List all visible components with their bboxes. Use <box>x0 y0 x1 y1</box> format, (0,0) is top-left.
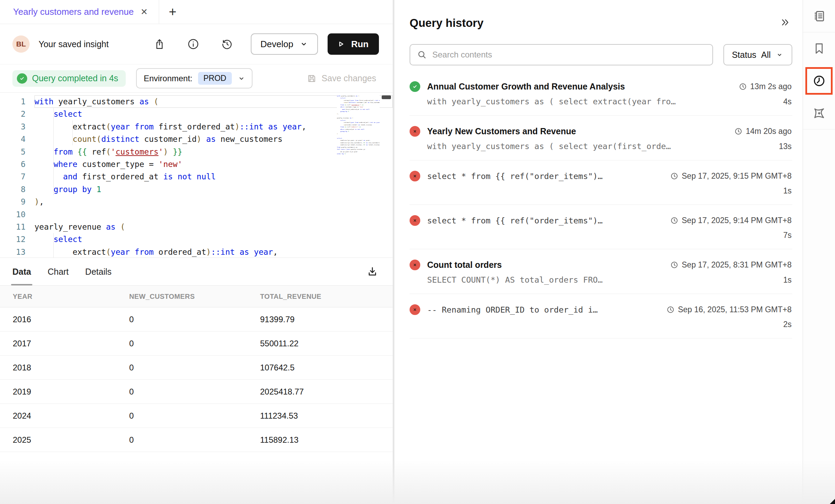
editor-minimap[interactable]: with yearly_customers as ( select extrac… <box>337 95 380 246</box>
results-tab-details[interactable]: Details <box>85 258 111 285</box>
code-token: yearly_revenue yr <box>350 148 365 150</box>
panel-title: Query history <box>410 17 484 30</box>
query-status-badge: Query completed in 4s <box>12 70 126 87</box>
history-item-duration: 13s <box>772 142 792 151</box>
table-row: 20250115892.13 <box>0 428 393 452</box>
download-results-button[interactable] <box>367 258 378 285</box>
rail-item-notebook[interactable] <box>803 0 835 32</box>
code-token: with <box>34 97 53 106</box>
line-number: 7 <box>0 170 25 183</box>
code-token <box>337 119 340 121</box>
results-tab-chart[interactable]: Chart <box>48 258 69 285</box>
status-filter-dropdown[interactable]: Status All <box>723 44 792 65</box>
code-token: from <box>355 99 358 101</box>
table-row: 201902025418.77 <box>0 380 393 404</box>
history-item-time-text: Sep 17, 2025, 8:31 PM GMT+8 <box>682 260 792 270</box>
code-token <box>34 109 53 118</box>
query-history-item[interactable]: select * from {{ ref("order_items")…Sep … <box>410 160 792 205</box>
query-history-item[interactable]: Yearly New Customers and Revenue14m 20s … <box>410 116 792 160</box>
play-icon <box>336 39 346 49</box>
share-button[interactable] <box>152 36 167 52</box>
rail-item-bookmarks[interactable] <box>803 32 835 65</box>
code-token: year, <box>365 140 370 141</box>
environment-selector[interactable]: Environment: PROD <box>136 68 252 88</box>
code-token: total_revenue <box>360 124 372 126</box>
develop-dropdown[interactable]: Develop <box>251 33 318 55</box>
info-button[interactable] <box>185 36 201 52</box>
code-token: from <box>355 122 358 124</box>
query-history-controls: Status All <box>410 44 792 65</box>
clock-icon <box>670 261 678 269</box>
history-item-duration: 4s <box>776 97 792 106</box>
history-item-detail-row: with yearly_customers as ( select extrac… <box>410 97 792 106</box>
code-token: }} <box>173 147 183 156</box>
code-token: year <box>351 122 354 124</box>
close-icon[interactable]: ✕ <box>138 6 150 18</box>
history-item-time: Sep 17, 2025, 9:15 PM GMT+8 <box>663 171 792 181</box>
history-item-duration: 1s <box>776 186 792 196</box>
new-tab-button[interactable]: + <box>159 0 186 24</box>
minimap-code: with yearly_customers as ( select extrac… <box>337 95 344 155</box>
environment-label: Environment: <box>144 74 192 83</box>
query-history-item[interactable]: select * from {{ ref("order_items")…Sep … <box>410 205 792 249</box>
code-token: null <box>197 172 216 181</box>
insight-toolbar: BL Your saved insight Develop Run <box>0 24 393 64</box>
code-token: year <box>377 122 380 124</box>
history-item-main-row: Annual Customer Growth and Revenue Analy… <box>410 81 792 92</box>
tab-yearly-customers-and-revenue[interactable]: Yearly customers and revenue ✕ <box>0 0 159 24</box>
code-token: ::int <box>374 99 378 101</box>
rail-item-query-history[interactable] <box>803 65 835 97</box>
code-token: new_customers <box>370 102 380 103</box>
chevron-down-icon <box>299 40 308 49</box>
right-icon-rail <box>803 0 835 504</box>
code-token: and <box>342 108 344 110</box>
line-number: 3 <box>0 120 25 133</box>
code-token <box>192 172 197 181</box>
code-token: new_customers <box>216 135 282 144</box>
code-token: yearly_customers <box>53 97 139 106</box>
collapse-panel-button[interactable] <box>780 17 790 29</box>
search-box[interactable] <box>410 44 713 65</box>
code-token: ( <box>358 95 359 97</box>
code-token: as <box>206 135 216 144</box>
history-item-time-text: Sep 17, 2025, 9:15 PM GMT+8 <box>682 171 792 181</box>
history-item-snippet: with yearly_customers as ( select year(f… <box>427 141 772 151</box>
code-line: order by 1 <box>337 153 344 155</box>
table-cell: 2019 <box>0 387 129 397</box>
code-token: group <box>340 131 344 133</box>
error-status-icon <box>410 171 420 181</box>
code-token: ( <box>106 248 111 256</box>
chevron-down-icon <box>775 51 784 59</box>
code-token: ) <box>206 248 211 256</box>
code-token: ::int <box>239 122 263 131</box>
query-history-item[interactable]: Count total ordersSep 17, 2025, 8:31 PM … <box>410 249 792 294</box>
history-item-title: select * from {{ ref("order_items")… <box>427 216 602 225</box>
rail-item-explore[interactable] <box>803 97 835 129</box>
history-item-detail-row: SELECT COUNT(*) AS total_orders FRO…1s <box>410 275 792 285</box>
code-token: ( <box>106 147 111 156</box>
table-cell: 2017 <box>0 339 129 348</box>
history-item-title: select * from {{ ref("order_items")… <box>427 171 602 181</box>
code-token: ' <box>111 147 116 156</box>
editor-scrollbar-thumb[interactable] <box>382 95 391 99</box>
code-token: order_total <box>347 124 357 126</box>
table-cell: 0 <box>129 411 260 421</box>
save-changes-button[interactable]: Save changes <box>307 73 376 84</box>
version-history-button[interactable] <box>219 36 235 52</box>
table-cell: 0 <box>129 387 260 397</box>
query-history-item[interactable]: Annual Customer Growth and Revenue Analy… <box>410 71 792 116</box>
query-statusbar: Query completed in 4s Environment: PROD … <box>0 64 393 93</box>
code-token: first_ordered_at <box>358 99 373 101</box>
code-token <box>249 248 254 256</box>
code-token: ys.year, yr.year <box>348 140 362 141</box>
run-button[interactable]: Run <box>328 33 379 55</box>
code-line: group by 1 <box>337 130 344 133</box>
query-history-item[interactable]: -- Renaming ORDER_ID to order_id i…Sep 1… <box>410 294 792 338</box>
search-input[interactable] <box>432 50 705 60</box>
history-item-main-row: Yearly New Customers and Revenue14m 20s … <box>410 126 792 137</box>
results-tab-data[interactable]: Data <box>12 258 31 285</box>
history-item-snippet: SELECT COUNT(*) AS total_orders FRO… <box>427 275 776 285</box>
notebook-icon <box>813 10 826 23</box>
sql-code-editor[interactable]: 12345678910111213 with yearly_customers … <box>0 93 393 258</box>
code-token: ordered_at <box>358 122 368 124</box>
